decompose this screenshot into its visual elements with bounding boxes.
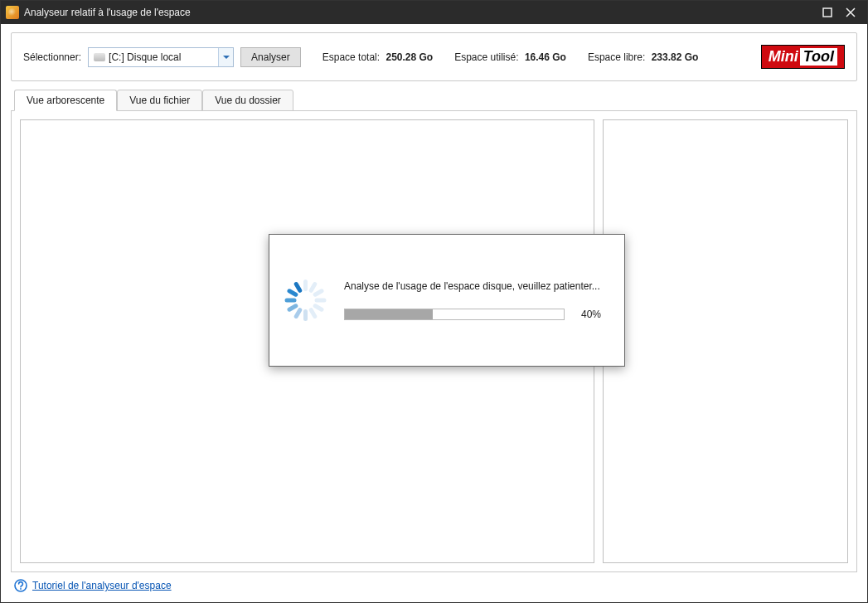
- select-label: Sélectionner:: [23, 51, 81, 63]
- svg-rect-0: [823, 8, 832, 17]
- drive-select[interactable]: [C:] Disque local: [88, 47, 234, 67]
- progress-percent: 40%: [573, 309, 601, 320]
- tab-folder-view[interactable]: Vue du dossier: [202, 90, 293, 111]
- titlebar: Analyseur relatif à l'usage de l'espace: [1, 1, 867, 24]
- space-free-value: 233.82 Go: [652, 51, 699, 63]
- space-total-label: Espace total:: [322, 51, 380, 63]
- minitool-logo: Mini Tool: [761, 45, 845, 69]
- app-icon: [6, 6, 19, 19]
- analyze-button[interactable]: Analyser: [240, 47, 301, 67]
- progress-message: Analyse de l'usage de l'espace disque, v…: [344, 280, 601, 292]
- close-button[interactable]: [839, 2, 862, 22]
- space-total: Espace total: 250.28 Go: [322, 51, 433, 63]
- progress-row: 40%: [344, 309, 601, 320]
- maximize-button[interactable]: [816, 2, 839, 22]
- tab-tree-view[interactable]: Vue arborescente: [14, 90, 117, 111]
- space-free-label: Espace libre:: [588, 51, 645, 63]
- space-used-label: Espace utilisé:: [454, 51, 518, 63]
- close-icon: [846, 7, 856, 17]
- progress-fill: [345, 309, 433, 319]
- toolbar: Sélectionner: [C:] Disque local Analyser…: [11, 32, 857, 81]
- logo-part2: Tool: [800, 48, 837, 66]
- tutorial-link[interactable]: Tutoriel de l'analyseur d'espace: [32, 580, 172, 591]
- space-used-value: 16.46 Go: [525, 51, 566, 63]
- spinner-icon: [284, 280, 326, 321]
- maximize-icon: [822, 7, 832, 17]
- progress-bar: [344, 309, 565, 320]
- space-total-value: 250.28 Go: [386, 51, 433, 63]
- app-window: Analyseur relatif à l'usage de l'espace …: [0, 0, 868, 603]
- chevron-down-icon: [223, 54, 230, 61]
- tab-file-view[interactable]: Vue du fichier: [117, 90, 202, 111]
- disk-icon: [94, 53, 105, 61]
- window-title: Analyseur relatif à l'usage de l'espace: [24, 7, 191, 18]
- dropdown-caret[interactable]: [218, 48, 233, 66]
- details-pane: [603, 119, 848, 563]
- space-used: Espace utilisé: 16.46 Go: [454, 51, 566, 63]
- svg-point-2: [20, 588, 22, 590]
- help-icon: [14, 579, 27, 592]
- tabstrip: Vue arborescente Vue du fichier Vue du d…: [11, 90, 857, 111]
- footer: Tutoriel de l'analyseur d'espace: [11, 572, 857, 596]
- logo-part1: Mini: [769, 48, 798, 66]
- drive-select-text: [C:] Disque local: [109, 51, 218, 63]
- progress-dialog: Analyse de l'usage de l'espace disque, v…: [269, 234, 625, 367]
- space-free: Espace libre: 233.82 Go: [588, 51, 698, 63]
